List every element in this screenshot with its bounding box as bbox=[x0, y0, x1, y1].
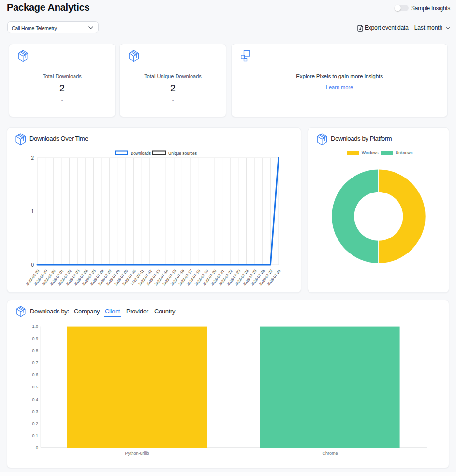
svg-text:0.5: 0.5 bbox=[32, 385, 38, 389]
svg-text:Chrome: Chrome bbox=[322, 451, 338, 456]
svg-text:0.3: 0.3 bbox=[32, 409, 38, 414]
svg-text:0.2: 0.2 bbox=[32, 421, 38, 426]
svg-text:0.8: 0.8 bbox=[32, 348, 38, 353]
svg-text:0: 0 bbox=[31, 262, 34, 268]
svg-text:0.4: 0.4 bbox=[32, 397, 38, 402]
svg-text:Unique sources: Unique sources bbox=[168, 151, 197, 156]
svg-text:0.6: 0.6 bbox=[32, 372, 38, 377]
svg-text:0.7: 0.7 bbox=[32, 360, 38, 365]
svg-text:Unknown: Unknown bbox=[396, 150, 413, 155]
svg-text:Windows: Windows bbox=[362, 150, 378, 155]
svg-text:Downloads: Downloads bbox=[131, 151, 151, 156]
svg-text:Python-urllib: Python-urllib bbox=[125, 451, 149, 456]
svg-text:0.9: 0.9 bbox=[32, 336, 38, 341]
svg-text:1.0: 1.0 bbox=[32, 324, 38, 329]
svg-text:0.1: 0.1 bbox=[32, 433, 38, 438]
svg-text:1: 1 bbox=[31, 209, 34, 214]
svg-text:0: 0 bbox=[36, 446, 38, 450]
svg-text:2: 2 bbox=[31, 155, 34, 161]
